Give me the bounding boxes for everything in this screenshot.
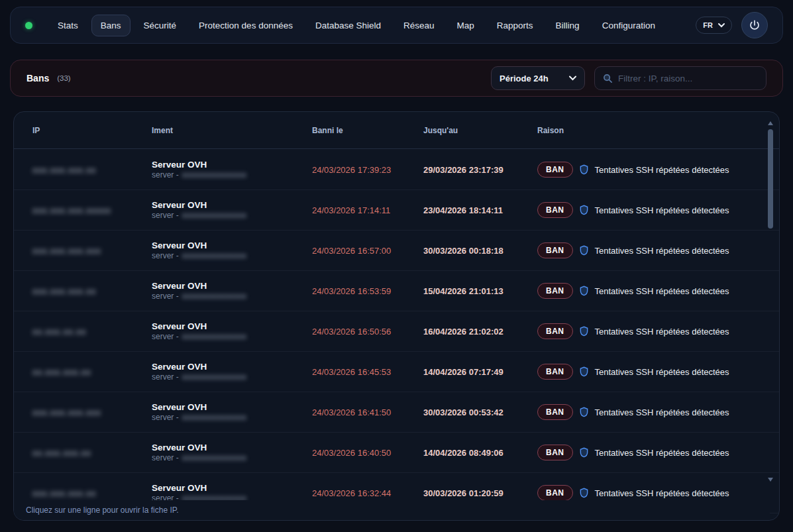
scroll-down-arrow-icon[interactable]	[768, 478, 773, 482]
tab-configuration[interactable]: Configuration	[593, 15, 664, 36]
shield-icon	[580, 326, 588, 337]
table-row[interactable]: xxx.xxx.xxx.xxxxx Serveur OVH server - x…	[14, 190, 779, 231]
ip-cell: xxx.xxx.xxx.xx	[32, 487, 152, 499]
equipment-sub-prefix: server -	[152, 332, 179, 341]
tab-securite[interactable]: Sécurité	[134, 15, 186, 36]
banned-at-date: 24/03/2026 16:41:50	[312, 407, 423, 417]
nav-tabs: StatsBansSécuritéProtection des donnéesD…	[48, 15, 696, 36]
ip-redacted: xxx.xxx.xxx.xx	[32, 286, 96, 296]
reason-cell: BAN Tentatives SSH répétées détectées	[537, 485, 749, 501]
top-nav: StatsBansSécuritéProtection des donnéesD…	[10, 7, 783, 44]
tab-reseau[interactable]: Réseau	[394, 15, 444, 36]
until-date: 30/03/2026 00:53:42	[423, 407, 537, 417]
banned-at-date: 24/03/2026 16:40:50	[312, 448, 423, 458]
reason-cell: BAN Tentatives SSH répétées détectées	[537, 404, 749, 420]
table-row[interactable]: xx.xxx.xx.xx Serveur OVH server - xxxxxx…	[14, 311, 779, 352]
equipment-sub-redacted: xxxxxxxxxxxxxxx	[182, 413, 247, 422]
ban-badge: BAN	[537, 404, 573, 420]
ip-redacted: xxx.xxx.xxx.xx	[32, 165, 96, 175]
ip-cell: xx.xxx.xx.xx	[32, 325, 152, 337]
equipment-subtitle: server - xxxxxxxxxxxxxxx	[152, 170, 312, 180]
scrollbar-thumb[interactable]	[768, 129, 773, 229]
reason-text: Tentatives SSH répétées détectées	[595, 367, 729, 377]
period-select[interactable]: Période 24h	[491, 66, 585, 90]
shield-icon	[580, 366, 588, 377]
page-title: Bans	[26, 73, 49, 83]
column-header-until: Jusqu'au	[423, 126, 537, 135]
tab-map[interactable]: Map	[448, 15, 484, 36]
equipment-subtitle: server - xxxxxxxxxxxxxxx	[152, 372, 312, 382]
until-date: 30/03/2026 01:20:59	[423, 488, 537, 498]
reason-cell: BAN Tentatives SSH répétées détectées	[537, 364, 749, 380]
equipment-name: Serveur OVH	[152, 281, 312, 292]
banned-at-date: 24/03/2026 17:39:23	[312, 165, 423, 175]
until-date: 16/04/2026 21:02:02	[423, 327, 537, 337]
bans-table-card: IP Iment Banni le Jusqu'au Raison xxx.xx…	[13, 111, 780, 521]
banned-at-date: 24/03/2026 16:45:53	[312, 367, 423, 377]
ip-redacted: xx.xxx.xx.xx	[32, 327, 86, 337]
reason-text: Tentatives SSH répétées détectées	[595, 286, 729, 296]
equipment-sub-redacted: xxxxxxxxxxxxxxx	[182, 292, 247, 301]
power-button[interactable]	[741, 12, 768, 38]
equipment-cell: Serveur OVH server - xxxxxxxxxxxxxxx	[152, 200, 312, 221]
shield-icon	[580, 447, 588, 458]
reason-cell: BAN Tentatives SSH répétées détectées	[537, 162, 749, 178]
table-row[interactable]: xxx.xxx.xxx.xxx Serveur OVH server - xxx…	[14, 392, 779, 433]
tab-bans[interactable]: Bans	[91, 15, 131, 36]
column-header-equipment: Iment	[152, 126, 312, 135]
banned-at-date: 24/03/2026 17:14:11	[312, 205, 423, 215]
filter-input[interactable]	[618, 74, 758, 83]
tab-protection-des-donnees[interactable]: Protection des données	[189, 15, 302, 36]
equipment-name: Serveur OVH	[152, 240, 312, 252]
table-row[interactable]: xx.xxx.xxx.xx Serveur OVH server - xxxxx…	[14, 352, 779, 392]
table-row[interactable]: xxx.xxx.xxx.xx Serveur OVH server - xxxx…	[14, 271, 779, 311]
equipment-sub-redacted: xxxxxxxxxxxxxxx	[182, 453, 247, 462]
equipment-subtitle: server - xxxxxxxxxxxxxxx	[152, 292, 312, 301]
equipment-name: Serveur OVH	[152, 483, 312, 494]
ip-redacted: xx.xxx.xxx.xx	[32, 367, 91, 377]
tab-stats[interactable]: Stats	[48, 15, 87, 36]
shield-icon	[580, 407, 588, 417]
reason-cell: BAN Tentatives SSH répétées détectées	[537, 283, 749, 299]
reason-cell: BAN Tentatives SSH répétées détectées	[537, 323, 749, 339]
equipment-subtitle: server - xxxxxxxxxxxxxxx	[152, 251, 312, 260]
table-row[interactable]: xx.xxx.xxx.xx Serveur OVH server - xxxxx…	[14, 433, 779, 473]
equipment-sub-prefix: server -	[152, 211, 179, 220]
equipment-sub-redacted: xxxxxxxxxxxxxxx	[182, 372, 247, 382]
until-date: 30/03/2026 00:18:18	[423, 246, 537, 256]
ban-badge: BAN	[537, 323, 573, 339]
tab-billing[interactable]: Billing	[547, 15, 589, 36]
reason-text: Tentatives SSH répétées détectées	[595, 407, 729, 417]
equipment-cell: Serveur OVH server - xxxxxxxxxxxxxxx	[152, 443, 312, 463]
equipment-sub-redacted: xxxxxxxxxxxxxxx	[182, 332, 247, 341]
reason-text: Tentatives SSH répétées détectées	[595, 246, 729, 256]
equipment-name: Serveur OVH	[152, 160, 312, 171]
table-body: xxx.xxx.xxx.xx Serveur OVH server - xxxx…	[14, 150, 779, 520]
until-date: 14/04/2026 07:17:49	[423, 367, 537, 377]
ban-badge: BAN	[537, 162, 573, 178]
ip-cell: xxx.xxx.xxx.xxxxx	[32, 204, 152, 216]
shield-icon	[580, 205, 588, 215]
ip-cell: xxx.xxx.xxx.xx	[32, 164, 152, 176]
table-row[interactable]: xxx.xxx.xxx.xxx Serveur OVH server - xxx…	[14, 231, 779, 271]
reason-cell: BAN Tentatives SSH répétées détectées	[537, 445, 749, 460]
column-header-ip: IP	[32, 126, 152, 135]
ip-redacted: xx.xxx.xxx.xx	[32, 448, 91, 458]
equipment-sub-redacted: xxxxxxxxxxxxxxx	[182, 211, 247, 220]
equipment-sub-prefix: server -	[152, 413, 179, 422]
until-date: 15/04/2026 21:01:13	[423, 286, 537, 296]
reason-cell: BAN Tentatives SSH répétées détectées	[537, 242, 749, 258]
language-select[interactable]: FR	[696, 17, 732, 34]
ip-cell: xx.xxx.xxx.xx	[32, 447, 152, 458]
scroll-up-arrow-icon[interactable]	[768, 121, 773, 125]
period-select-value: Période 24h	[500, 74, 549, 83]
reason-text: Tentatives SSH répétées détectées	[595, 448, 729, 458]
banned-at-date: 24/03/2026 16:32:44	[312, 488, 423, 498]
equipment-subtitle: server - xxxxxxxxxxxxxxx	[152, 413, 312, 422]
footer-hint: Cliquez sur une ligne pour ouvrir la fic…	[26, 505, 179, 515]
tab-rapports[interactable]: Rapports	[488, 15, 543, 36]
banned-at-date: 24/03/2026 16:53:59	[312, 286, 423, 296]
tab-database-shield[interactable]: Database Shield	[306, 15, 390, 36]
table-row[interactable]: xxx.xxx.xxx.xx Serveur OVH server - xxxx…	[14, 150, 779, 190]
shield-icon	[580, 286, 588, 296]
